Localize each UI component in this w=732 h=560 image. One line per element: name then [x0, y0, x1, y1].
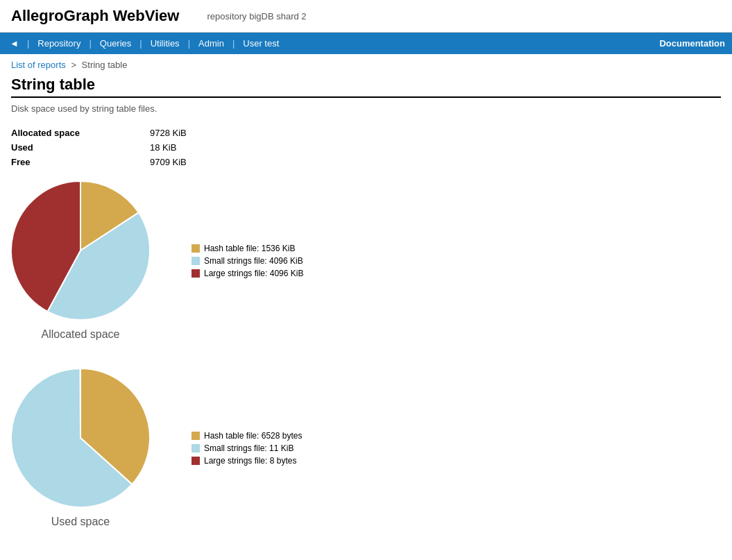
breadcrumb: List of reports > String table	[0, 54, 732, 76]
nav-repository[interactable]: Repository	[35, 37, 83, 50]
documentation-link[interactable]: Documentation	[659, 38, 725, 49]
app-title: AllegroGraph WebView	[11, 7, 179, 25]
legend-color-swatch	[191, 444, 200, 452]
used-chart-label: Used space	[51, 516, 110, 528]
nav-sep-1: |	[24, 37, 32, 50]
repo-meta: repository bigDB shard 2	[207, 11, 306, 22]
legend-color-swatch	[191, 269, 200, 278]
stat-row: Allocated space 9728 KiB	[11, 128, 721, 138]
legend-item: Small strings file: 11 KiB	[191, 443, 302, 453]
legend-text: Hash table file: 1536 KiB	[204, 244, 295, 253]
allocated-chart-wrapper: Allocated space	[11, 181, 150, 341]
legend-color-swatch	[191, 257, 200, 265]
page-title: String table	[11, 76, 721, 98]
used-chart-wrapper: Used space	[11, 368, 150, 528]
allocated-legend: Hash table file: 1536 KiB Small strings …	[191, 244, 303, 278]
used-legend: Hash table file: 6528 bytes Small string…	[191, 431, 302, 466]
nav-sep-5: |	[230, 37, 237, 50]
stat-row: Used 18 KiB	[11, 142, 721, 153]
legend-text: Small strings file: 11 KiB	[204, 443, 293, 453]
legend-color-swatch	[191, 457, 200, 465]
legend-item: Large strings file: 4096 KiB	[191, 269, 303, 278]
allocated-pie-chart	[11, 181, 150, 320]
breadcrumb-list-link[interactable]: List of reports	[11, 60, 66, 70]
legend-item: Hash table file: 1536 KiB	[191, 244, 303, 253]
navbar-left: ◄ | Repository | Queries | Utilities | A…	[7, 37, 282, 50]
nav-queries[interactable]: Queries	[97, 37, 135, 50]
legend-text: Hash table file: 6528 bytes	[204, 431, 302, 441]
stat-label: Used	[11, 142, 150, 153]
stat-row: Free 9709 KiB	[11, 157, 721, 167]
nav-sep-3: |	[137, 37, 144, 50]
page-description: Disk space used by string table files.	[11, 103, 721, 114]
nav-sep-2: |	[86, 37, 94, 50]
stat-value: 18 KiB	[150, 142, 176, 153]
used-pie-chart	[11, 368, 150, 507]
breadcrumb-current: String table	[82, 60, 128, 70]
stat-label: Free	[11, 157, 150, 167]
legend-text: Large strings file: 8 bytes	[204, 456, 296, 466]
allocated-chart-block: Allocated space Hash table file: 1536 Ki…	[11, 181, 303, 341]
breadcrumb-sep: >	[71, 60, 76, 70]
stats-table: Allocated space 9728 KiB Used 18 KiB Fre…	[11, 128, 721, 167]
stat-value: 9709 KiB	[150, 157, 187, 167]
back-button[interactable]: ◄	[7, 37, 22, 50]
legend-color-swatch	[191, 244, 200, 253]
legend-text: Large strings file: 4096 KiB	[204, 269, 303, 278]
stat-value: 9728 KiB	[150, 128, 187, 138]
allocated-chart-label: Allocated space	[42, 328, 120, 341]
charts-section: Allocated space Hash table file: 1536 Ki…	[11, 181, 721, 528]
legend-color-swatch	[191, 432, 200, 440]
legend-item: Small strings file: 4096 KiB	[191, 256, 303, 266]
stat-label: Allocated space	[11, 128, 150, 138]
nav-utilities[interactable]: Utilities	[148, 37, 182, 50]
legend-item: Hash table file: 6528 bytes	[191, 431, 302, 441]
nav-admin[interactable]: Admin	[196, 37, 227, 50]
used-chart-block: Used space Hash table file: 6528 bytes S…	[11, 368, 302, 528]
nav-sep-4: |	[185, 37, 193, 50]
legend-text: Small strings file: 4096 KiB	[204, 256, 303, 266]
legend-item: Large strings file: 8 bytes	[191, 456, 302, 466]
nav-user[interactable]: User test	[240, 37, 282, 50]
